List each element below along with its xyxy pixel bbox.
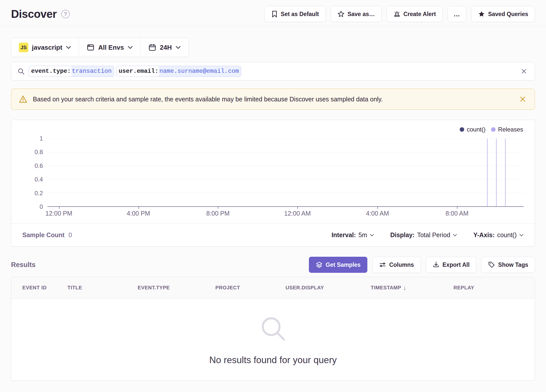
set-as-default-button[interactable]: Set as Default bbox=[264, 6, 326, 22]
y-axis-tick-label: 1 bbox=[40, 135, 43, 142]
environment-filter-label: All Envs bbox=[98, 44, 124, 51]
chart-y-axis-labels: 00.20.40.60.81 bbox=[22, 139, 47, 207]
column-header-event-id[interactable]: EVENT ID bbox=[22, 285, 67, 291]
chevron-down-icon bbox=[175, 46, 181, 49]
y-axis-tick-label: 0.4 bbox=[35, 176, 43, 183]
star-filled-icon bbox=[478, 11, 485, 18]
chevron-down-icon bbox=[519, 234, 524, 237]
time-range-label: 24H bbox=[160, 44, 172, 51]
results-heading: Results bbox=[11, 261, 36, 269]
x-axis-tick-label: 12:00 AM bbox=[284, 210, 311, 217]
sampled-data-warning-banner: Based on your search criteria and sample… bbox=[11, 89, 535, 110]
x-axis-tick-mark bbox=[297, 207, 298, 209]
results-table: EVENT ID TITLE EVENT.TYPE PROJECT USER.D… bbox=[11, 277, 535, 381]
chart-plot-area[interactable] bbox=[47, 139, 524, 207]
release-marker-line[interactable] bbox=[487, 139, 488, 206]
save-as-button[interactable]: Save as… bbox=[331, 6, 382, 22]
events-chart-panel: count() Releases 00.20.40.60.81 12:00 PM… bbox=[11, 120, 535, 247]
sliders-icon bbox=[379, 261, 386, 268]
y-axis-tick-label: 0.6 bbox=[35, 162, 43, 169]
page-title: Discover bbox=[11, 8, 57, 20]
column-header-title[interactable]: TITLE bbox=[67, 285, 138, 291]
star-outline-icon bbox=[337, 11, 345, 18]
sort-descending-icon: ↓ bbox=[403, 284, 406, 291]
y-axis-tick-label: 0.8 bbox=[35, 149, 43, 156]
results-toolbar: Results Get Samples Columns Export All bbox=[11, 257, 535, 273]
columns-button[interactable]: Columns bbox=[372, 257, 421, 273]
time-range-filter[interactable]: 24H bbox=[141, 38, 188, 57]
legend-count[interactable]: count() bbox=[460, 126, 486, 133]
results-empty-state: No results found for your query bbox=[11, 299, 535, 380]
results-table-header: EVENT ID TITLE EVENT.TYPE PROJECT USER.D… bbox=[11, 277, 535, 299]
layers-icon bbox=[316, 261, 323, 268]
siren-icon bbox=[393, 11, 400, 18]
x-axis-tick-label: 4:00 AM bbox=[366, 210, 389, 217]
environment-filter[interactable]: All Envs bbox=[79, 38, 141, 57]
column-header-replay[interactable]: REPLAY bbox=[453, 285, 524, 291]
release-marker-line[interactable] bbox=[496, 139, 497, 206]
release-marker-line[interactable] bbox=[505, 139, 506, 206]
x-axis-tick-mark bbox=[139, 207, 139, 209]
export-all-button[interactable]: Export All bbox=[426, 257, 476, 273]
calendar-icon bbox=[148, 43, 156, 51]
y-axis-tick-label: 0.2 bbox=[35, 190, 43, 197]
search-input[interactable]: event.type:transaction user.email:name.s… bbox=[29, 66, 515, 77]
sample-count-value: 0 bbox=[69, 231, 72, 239]
create-alert-button[interactable]: Create Alert bbox=[387, 6, 443, 22]
get-samples-button[interactable]: Get Samples bbox=[309, 257, 367, 273]
show-tags-button[interactable]: Show Tags bbox=[481, 257, 535, 273]
column-header-user-display[interactable]: USER.DISPLAY bbox=[286, 285, 371, 291]
chart-x-axis-labels: 12:00 PM4:00 PM8:00 PM12:00 AM4:00 AM8:0… bbox=[47, 210, 524, 222]
more-options-button[interactable]: … bbox=[448, 6, 466, 22]
chevron-down-icon bbox=[453, 234, 457, 237]
chart-footer: Sample Count 0 Interval: 5m Display: Tot… bbox=[11, 223, 535, 246]
column-header-project[interactable]: PROJECT bbox=[215, 285, 286, 291]
x-axis-tick-mark bbox=[218, 207, 218, 209]
search-token[interactable]: user.email:name.surname@email.com bbox=[116, 66, 241, 77]
page-header: Discover ? Set as Default Save as… Creat… bbox=[0, 0, 546, 27]
sample-count-label: Sample Count bbox=[22, 231, 64, 239]
x-axis-tick-mark bbox=[59, 207, 59, 209]
search-icon bbox=[17, 68, 25, 75]
x-axis-tick-mark bbox=[377, 207, 378, 209]
project-filter-label: javascript bbox=[32, 44, 62, 51]
display-dropdown[interactable]: Display: Total Period bbox=[390, 231, 457, 239]
window-icon bbox=[87, 43, 95, 51]
bookmark-icon bbox=[271, 11, 278, 18]
chart-legend: count() Releases bbox=[460, 126, 523, 133]
chevron-down-icon bbox=[127, 46, 133, 49]
dismiss-banner-icon[interactable] bbox=[518, 95, 527, 104]
search-bar[interactable]: event.type:transaction user.email:name.s… bbox=[11, 62, 535, 81]
warning-text: Based on your search criteria and sample… bbox=[33, 96, 383, 103]
x-axis-tick-label: 12:00 PM bbox=[45, 210, 72, 217]
page-filter-bar: JS javascript All Envs 24H bbox=[11, 38, 189, 57]
header-actions: Set as Default Save as… Create Alert … S… bbox=[264, 6, 535, 22]
x-axis-tick-mark bbox=[457, 207, 457, 209]
download-icon bbox=[433, 261, 440, 268]
x-axis-tick-label: 8:00 PM bbox=[206, 210, 230, 217]
gridline bbox=[47, 193, 524, 193]
y-axis-dropdown[interactable]: Y-Axis: count() bbox=[473, 231, 524, 239]
column-header-event-type[interactable]: EVENT.TYPE bbox=[138, 285, 216, 291]
gridline bbox=[47, 179, 524, 179]
gridline bbox=[47, 152, 524, 152]
column-header-timestamp[interactable]: TIMESTAMP ↓ bbox=[371, 284, 454, 291]
chevron-down-icon bbox=[370, 234, 374, 237]
project-filter[interactable]: JS javascript bbox=[11, 38, 79, 57]
search-token[interactable]: event.type:transaction bbox=[29, 66, 114, 77]
ellipsis-icon: … bbox=[453, 10, 460, 18]
clear-search-icon[interactable] bbox=[519, 67, 529, 76]
tag-icon bbox=[488, 261, 495, 268]
interval-dropdown[interactable]: Interval: 5m bbox=[331, 231, 374, 239]
releases-series-dot-icon bbox=[491, 127, 496, 132]
empty-search-icon bbox=[258, 314, 288, 343]
y-axis-tick-label: 0 bbox=[40, 203, 43, 210]
javascript-platform-icon: JS bbox=[19, 43, 28, 52]
legend-releases[interactable]: Releases bbox=[491, 126, 523, 133]
empty-state-message: No results found for your query bbox=[209, 355, 337, 365]
saved-queries-button[interactable]: Saved Queries bbox=[471, 6, 535, 22]
chevron-down-icon bbox=[66, 46, 71, 49]
count-series-dot-icon bbox=[460, 127, 464, 132]
warning-triangle-icon bbox=[19, 95, 27, 103]
help-icon[interactable]: ? bbox=[61, 10, 70, 18]
